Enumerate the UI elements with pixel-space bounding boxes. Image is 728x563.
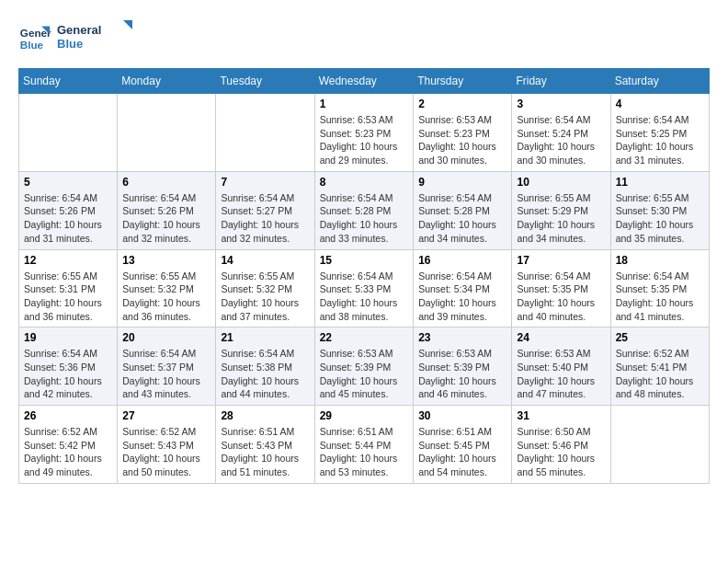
day-number: 18 bbox=[616, 254, 704, 267]
day-number: 5 bbox=[24, 176, 112, 189]
week-row-3: 12Sunrise: 6:55 AMSunset: 5:31 PMDayligh… bbox=[19, 249, 710, 327]
day-info: Sunrise: 6:54 AMSunset: 5:28 PMDaylight:… bbox=[320, 191, 408, 246]
day-info: Sunrise: 6:53 AMSunset: 5:39 PMDaylight:… bbox=[418, 347, 506, 401]
calendar-table: SundayMondayTuesdayWednesdayThursdayFrid… bbox=[18, 68, 710, 484]
day-number: 8 bbox=[320, 176, 408, 189]
calendar-cell: 4Sunrise: 6:54 AMSunset: 5:25 PMDaylight… bbox=[610, 94, 709, 172]
day-info: Sunrise: 6:55 AMSunset: 5:30 PMDaylight:… bbox=[616, 191, 704, 246]
calendar-cell: 7Sunrise: 6:54 AMSunset: 5:27 PMDaylight… bbox=[216, 171, 314, 249]
header-tuesday: Tuesday bbox=[216, 69, 314, 94]
logo-icon: General Blue bbox=[18, 22, 51, 55]
day-info: Sunrise: 6:51 AMSunset: 5:45 PMDaylight:… bbox=[418, 425, 506, 479]
header-row: SundayMondayTuesdayWednesdayThursdayFrid… bbox=[19, 69, 710, 94]
calendar-cell: 5Sunrise: 6:54 AMSunset: 5:26 PMDaylight… bbox=[19, 171, 118, 249]
header-sunday: Sunday bbox=[19, 69, 118, 94]
day-info: Sunrise: 6:54 AMSunset: 5:37 PMDaylight:… bbox=[122, 347, 210, 401]
calendar-cell bbox=[610, 406, 709, 484]
day-info: Sunrise: 6:54 AMSunset: 5:28 PMDaylight:… bbox=[418, 191, 506, 246]
calendar-cell: 28Sunrise: 6:51 AMSunset: 5:43 PMDayligh… bbox=[216, 406, 314, 484]
day-info: Sunrise: 6:50 AMSunset: 5:46 PMDaylight:… bbox=[517, 425, 605, 479]
day-number: 30 bbox=[418, 409, 506, 422]
calendar-cell: 29Sunrise: 6:51 AMSunset: 5:44 PMDayligh… bbox=[314, 406, 413, 484]
day-number: 10 bbox=[517, 176, 605, 189]
day-number: 19 bbox=[24, 331, 112, 344]
day-number: 25 bbox=[616, 331, 704, 344]
calendar-cell bbox=[19, 94, 118, 172]
header-friday: Friday bbox=[512, 69, 610, 94]
day-number: 2 bbox=[418, 98, 506, 110]
day-number: 29 bbox=[320, 409, 408, 422]
day-number: 20 bbox=[122, 331, 210, 344]
day-info: Sunrise: 6:54 AMSunset: 5:33 PMDaylight:… bbox=[320, 270, 408, 324]
svg-text:Blue: Blue bbox=[57, 37, 83, 51]
day-info: Sunrise: 6:53 AMSunset: 5:23 PMDaylight:… bbox=[418, 113, 506, 167]
day-number: 14 bbox=[221, 254, 309, 267]
day-number: 16 bbox=[418, 254, 506, 267]
calendar-cell: 22Sunrise: 6:53 AMSunset: 5:39 PMDayligh… bbox=[314, 327, 413, 406]
calendar-cell: 27Sunrise: 6:52 AMSunset: 5:43 PMDayligh… bbox=[118, 406, 216, 484]
calendar-cell: 2Sunrise: 6:53 AMSunset: 5:23 PMDaylight… bbox=[414, 94, 512, 172]
day-number: 26 bbox=[24, 409, 112, 422]
calendar-cell: 12Sunrise: 6:55 AMSunset: 5:31 PMDayligh… bbox=[19, 249, 118, 327]
day-number: 4 bbox=[616, 98, 704, 110]
day-number: 15 bbox=[320, 254, 408, 267]
calendar-cell: 11Sunrise: 6:55 AMSunset: 5:30 PMDayligh… bbox=[610, 171, 709, 249]
calendar-cell: 25Sunrise: 6:52 AMSunset: 5:41 PMDayligh… bbox=[610, 327, 709, 406]
day-info: Sunrise: 6:54 AMSunset: 5:38 PMDaylight:… bbox=[221, 347, 309, 401]
day-number: 28 bbox=[221, 409, 309, 422]
day-number: 31 bbox=[517, 409, 605, 422]
calendar-cell: 20Sunrise: 6:54 AMSunset: 5:37 PMDayligh… bbox=[118, 327, 216, 406]
day-number: 6 bbox=[122, 176, 210, 189]
calendar-cell: 9Sunrise: 6:54 AMSunset: 5:28 PMDaylight… bbox=[414, 171, 512, 249]
calendar-cell: 21Sunrise: 6:54 AMSunset: 5:38 PMDayligh… bbox=[216, 327, 314, 406]
header-monday: Monday bbox=[118, 69, 216, 94]
logo-svg: General Blue bbox=[57, 18, 140, 55]
day-info: Sunrise: 6:52 AMSunset: 5:43 PMDaylight:… bbox=[122, 425, 210, 479]
logo: General Blue General Blue bbox=[18, 18, 140, 59]
calendar-cell: 1Sunrise: 6:53 AMSunset: 5:23 PMDaylight… bbox=[314, 94, 413, 172]
day-info: Sunrise: 6:53 AMSunset: 5:40 PMDaylight:… bbox=[517, 347, 605, 401]
day-info: Sunrise: 6:55 AMSunset: 5:32 PMDaylight:… bbox=[221, 270, 309, 324]
day-number: 7 bbox=[221, 176, 309, 189]
day-number: 12 bbox=[24, 254, 112, 267]
svg-text:Blue: Blue bbox=[20, 39, 44, 51]
day-number: 3 bbox=[517, 98, 605, 110]
day-info: Sunrise: 6:55 AMSunset: 5:31 PMDaylight:… bbox=[24, 270, 112, 324]
header-saturday: Saturday bbox=[610, 69, 709, 94]
calendar-cell: 6Sunrise: 6:54 AMSunset: 5:26 PMDaylight… bbox=[118, 171, 216, 249]
calendar-cell: 13Sunrise: 6:55 AMSunset: 5:32 PMDayligh… bbox=[118, 249, 216, 327]
day-info: Sunrise: 6:53 AMSunset: 5:39 PMDaylight:… bbox=[320, 347, 408, 401]
calendar-cell: 3Sunrise: 6:54 AMSunset: 5:24 PMDaylight… bbox=[512, 94, 610, 172]
calendar-cell bbox=[216, 94, 314, 172]
day-number: 17 bbox=[517, 254, 605, 267]
day-info: Sunrise: 6:54 AMSunset: 5:35 PMDaylight:… bbox=[517, 270, 605, 324]
calendar-cell: 17Sunrise: 6:54 AMSunset: 5:35 PMDayligh… bbox=[512, 249, 610, 327]
week-row-1: 1Sunrise: 6:53 AMSunset: 5:23 PMDaylight… bbox=[19, 94, 710, 172]
calendar-cell: 15Sunrise: 6:54 AMSunset: 5:33 PMDayligh… bbox=[314, 249, 413, 327]
day-info: Sunrise: 6:54 AMSunset: 5:34 PMDaylight:… bbox=[418, 270, 506, 324]
day-info: Sunrise: 6:51 AMSunset: 5:43 PMDaylight:… bbox=[221, 425, 309, 479]
week-row-2: 5Sunrise: 6:54 AMSunset: 5:26 PMDaylight… bbox=[19, 171, 710, 249]
header-wednesday: Wednesday bbox=[314, 69, 413, 94]
calendar-cell: 8Sunrise: 6:54 AMSunset: 5:28 PMDaylight… bbox=[314, 171, 413, 249]
week-row-5: 26Sunrise: 6:52 AMSunset: 5:42 PMDayligh… bbox=[19, 406, 710, 484]
day-info: Sunrise: 6:52 AMSunset: 5:42 PMDaylight:… bbox=[24, 425, 112, 479]
calendar-cell: 23Sunrise: 6:53 AMSunset: 5:39 PMDayligh… bbox=[414, 327, 512, 406]
calendar-cell: 19Sunrise: 6:54 AMSunset: 5:36 PMDayligh… bbox=[19, 327, 118, 406]
calendar-cell: 18Sunrise: 6:54 AMSunset: 5:35 PMDayligh… bbox=[610, 249, 709, 327]
day-number: 21 bbox=[221, 331, 309, 344]
calendar-cell: 10Sunrise: 6:55 AMSunset: 5:29 PMDayligh… bbox=[512, 171, 610, 249]
calendar-cell: 24Sunrise: 6:53 AMSunset: 5:40 PMDayligh… bbox=[512, 327, 610, 406]
day-info: Sunrise: 6:53 AMSunset: 5:23 PMDaylight:… bbox=[320, 113, 408, 167]
day-info: Sunrise: 6:54 AMSunset: 5:26 PMDaylight:… bbox=[122, 191, 210, 246]
calendar-cell: 31Sunrise: 6:50 AMSunset: 5:46 PMDayligh… bbox=[512, 406, 610, 484]
calendar-cell: 30Sunrise: 6:51 AMSunset: 5:45 PMDayligh… bbox=[414, 406, 512, 484]
day-info: Sunrise: 6:54 AMSunset: 5:35 PMDaylight:… bbox=[616, 270, 704, 324]
day-number: 11 bbox=[616, 176, 704, 189]
day-number: 22 bbox=[320, 331, 408, 344]
svg-text:General: General bbox=[57, 23, 101, 37]
day-info: Sunrise: 6:55 AMSunset: 5:32 PMDaylight:… bbox=[122, 270, 210, 324]
calendar-cell bbox=[118, 94, 216, 172]
header-thursday: Thursday bbox=[414, 69, 512, 94]
calendar-cell: 16Sunrise: 6:54 AMSunset: 5:34 PMDayligh… bbox=[414, 249, 512, 327]
